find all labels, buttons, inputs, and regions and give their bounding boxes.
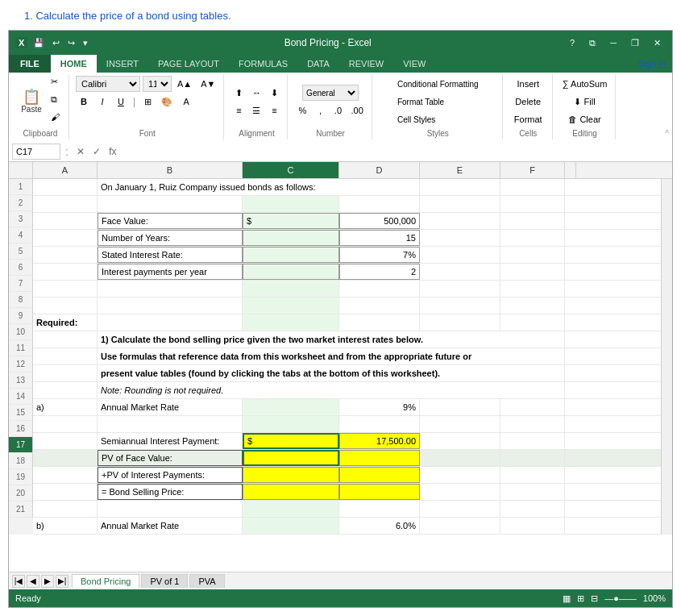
cell-c20[interactable] [243, 501, 339, 517]
cell-a21[interactable]: b) [33, 518, 98, 534]
tab-review[interactable]: REVIEW [339, 55, 393, 73]
cell-f3[interactable] [500, 213, 565, 229]
cell-f15[interactable] [500, 416, 565, 432]
cell-styles-button[interactable]: Cell Styles [394, 111, 438, 127]
cell-f20[interactable] [500, 501, 565, 517]
col-header-f[interactable]: F [500, 162, 565, 178]
cell-a2[interactable] [33, 196, 98, 212]
cell-b10[interactable]: 1) Calculate the bond selling price give… [98, 331, 565, 348]
tab-data[interactable]: DATA [297, 55, 339, 73]
cell-b2[interactable] [98, 196, 243, 212]
increase-decimal-button[interactable]: .0 [330, 102, 346, 119]
restore-down-button[interactable]: ⧉ [584, 36, 600, 50]
cell-c3[interactable]: $ [243, 213, 339, 229]
align-middle-button[interactable]: ↔ [248, 85, 264, 101]
cell-e18[interactable] [420, 467, 500, 483]
cell-d8[interactable] [339, 298, 420, 314]
cell-f9[interactable] [500, 314, 565, 331]
delete-cells-button[interactable]: Delete [511, 94, 546, 110]
cell-d21[interactable]: 6.0% [339, 518, 420, 534]
cell-e16[interactable] [420, 433, 500, 449]
font-color-button[interactable]: A [178, 94, 194, 110]
cell-d19[interactable] [339, 484, 420, 500]
cell-e6[interactable] [420, 264, 500, 280]
customize-qat-button[interactable]: ▾ [81, 37, 90, 49]
align-center-button[interactable]: ☰ [248, 102, 264, 119]
cell-d17[interactable] [339, 450, 420, 466]
cell-f7[interactable] [500, 281, 565, 297]
cell-f6[interactable] [500, 264, 565, 280]
align-right-button[interactable]: ≡ [266, 102, 282, 119]
cell-b19[interactable]: = Bond Selling Price: [98, 484, 243, 500]
undo-qat-button[interactable]: ↩ [50, 37, 62, 49]
cell-c5[interactable] [243, 247, 339, 263]
number-format-select[interactable]: General [302, 85, 359, 101]
close-button[interactable]: ✕ [649, 36, 666, 50]
cell-f18[interactable] [500, 467, 565, 483]
cell-c9[interactable] [243, 314, 339, 331]
paste-button[interactable]: 📋 Paste [17, 87, 46, 116]
insert-function-button[interactable]: fx [106, 144, 120, 159]
cell-d5[interactable]: 7% [339, 247, 420, 263]
cell-d6[interactable]: 2 [339, 264, 420, 280]
cell-f19[interactable] [500, 484, 565, 500]
format-painter-button[interactable]: 🖌 [48, 111, 64, 127]
cell-a13[interactable] [33, 382, 98, 398]
cell-a1[interactable] [33, 179, 98, 195]
font-name-select[interactable]: Calibri [76, 76, 140, 92]
copy-button[interactable]: ⧉ [48, 94, 64, 110]
autosum-button[interactable]: ∑ AutoSum [559, 76, 611, 92]
bold-button[interactable]: B [76, 94, 92, 110]
cell-b8[interactable] [98, 298, 243, 314]
col-header-c[interactable]: C [243, 162, 339, 178]
tab-view[interactable]: VIEW [393, 55, 435, 73]
increase-font-button[interactable]: A▲ [174, 76, 195, 92]
cell-c21[interactable] [243, 518, 339, 534]
cell-e15[interactable] [420, 416, 500, 432]
normal-view-button[interactable]: ▦ [563, 593, 571, 604]
sheet-nav-last[interactable]: ▶| [56, 575, 69, 588]
fill-color-button[interactable]: 🎨 [158, 94, 176, 110]
cell-e4[interactable] [420, 230, 500, 246]
cell-b18[interactable]: +PV of Interest Payments: [98, 467, 243, 483]
cell-c6[interactable] [243, 264, 339, 280]
col-header-b[interactable]: B [98, 162, 243, 178]
cell-b16[interactable]: Semiannual Interest Payment: [98, 433, 243, 449]
cell-d4[interactable]: 15 [339, 230, 420, 246]
cell-c16[interactable]: $ [243, 433, 339, 449]
cell-d16[interactable]: 17,500.00 [339, 433, 420, 449]
cell-e7[interactable] [420, 281, 500, 297]
tab-formulas[interactable]: FORMULAS [229, 55, 297, 73]
decrease-font-button[interactable]: A▼ [197, 76, 218, 92]
decrease-decimal-button[interactable]: .00 [347, 102, 366, 119]
cell-a12[interactable] [33, 365, 98, 381]
cell-b21[interactable]: Annual Market Rate [98, 518, 243, 534]
cell-b12[interactable]: present value tables (found by clicking … [98, 365, 565, 381]
sheet-nav-next[interactable]: ▶ [41, 575, 54, 588]
conditional-formatting-button[interactable]: Conditional Formatting [394, 76, 482, 92]
cell-c17[interactable] [243, 450, 339, 466]
cut-button[interactable]: ✂ [48, 76, 64, 92]
cell-e1[interactable] [420, 179, 500, 195]
cell-d15[interactable] [339, 416, 420, 432]
sign-in-link[interactable]: Sign In [638, 55, 672, 73]
tab-insert[interactable]: INSERT [97, 55, 148, 73]
cell-a5[interactable] [33, 247, 98, 263]
cell-a8[interactable] [33, 298, 98, 314]
cell-e2[interactable] [420, 196, 500, 212]
cell-d18[interactable] [339, 467, 420, 483]
cell-b4[interactable]: Number of Years: [98, 230, 243, 246]
cell-a16[interactable] [33, 433, 98, 449]
align-top-button[interactable]: ⬆ [230, 85, 247, 101]
cell-e17[interactable] [420, 450, 500, 466]
cell-f16[interactable] [500, 433, 565, 449]
cell-a6[interactable] [33, 264, 98, 280]
cell-d2[interactable] [339, 196, 420, 212]
insert-cells-button[interactable]: Insert [511, 76, 546, 92]
cell-b6[interactable]: Interest payments per year [98, 264, 243, 280]
cell-a15[interactable] [33, 416, 98, 432]
cell-d3[interactable]: 500,000 [339, 213, 420, 229]
cell-a4[interactable] [33, 230, 98, 246]
cell-c2[interactable] [243, 196, 339, 212]
align-left-button[interactable]: ≡ [230, 102, 247, 119]
